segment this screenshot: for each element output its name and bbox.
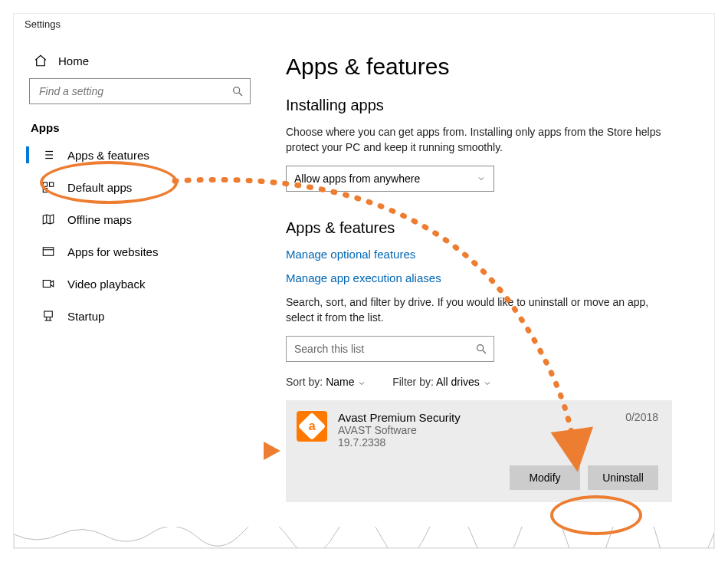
sort-filter-row: Sort by: Name Filter by: All drives [286,376,691,388]
map-icon [41,212,55,226]
svg-line-1 [239,93,242,96]
search-list-placeholder: Search this list [294,343,475,355]
sort-value: Name [326,376,354,388]
chevron-down-icon [477,174,486,183]
filter-desc: Search, sort, and filter by drive. If yo… [286,295,669,325]
sidebar-search[interactable] [29,78,251,104]
search-icon [231,85,244,97]
avast-app-icon: a [297,411,327,442]
sidebar-item-apps-websites[interactable]: Apps for websites [29,235,263,268]
svg-rect-15 [43,281,51,288]
app-name: Avast Premium Security [338,411,615,424]
startup-icon [41,309,55,323]
sidebar-item-label: Offline maps [67,213,132,226]
sidebar-item-offline-maps[interactable]: Offline maps [29,203,263,235]
websites-icon [41,245,55,258]
chevron-down-icon [357,379,366,388]
svg-rect-9 [50,182,54,186]
sidebar-item-startup[interactable]: Startup [29,300,263,332]
main-content: Apps & features Installing apps Choose w… [263,34,714,548]
sidebar-item-label: Video playback [67,278,145,291]
sort-dropdown[interactable]: Name [326,376,369,388]
app-version: 19.7.2338 [338,436,615,449]
install-desc: Choose where you can get apps from. Inst… [286,125,669,155]
filter-dropdown[interactable]: All drives [436,376,492,388]
chevron-down-icon [483,379,492,388]
list-icon [41,148,55,162]
sidebar-item-label: Apps & features [67,149,149,162]
svg-rect-10 [43,189,47,192]
search-input[interactable] [38,84,231,98]
app-vendor: AVAST Software [338,424,615,436]
sidebar-item-label: Apps for websites [67,245,158,258]
page-title: Apps & features [286,54,691,80]
sidebar-home-label: Home [58,54,89,67]
sidebar: Home Apps Apps & features Default apps [14,34,263,548]
sidebar-item-video-playback[interactable]: Video playback [29,268,263,300]
settings-window: Settings Home Apps Apps & features [14,14,714,548]
video-icon [41,277,55,291]
filter-value: All drives [436,376,480,388]
svg-rect-8 [43,182,47,186]
app-install-date: 0/2018 [625,411,658,449]
svg-rect-13 [43,248,54,256]
apps-features-heading: Apps & features [286,219,691,237]
link-execution-aliases[interactable]: Manage app execution aliases [286,271,691,284]
modify-button[interactable]: Modify [510,465,580,490]
install-source-dropdown[interactable]: Allow apps from anywhere [286,166,494,192]
window-title: Settings [14,14,714,34]
torn-edge-decoration [14,527,714,548]
svg-point-20 [477,345,484,351]
link-optional-features[interactable]: Manage optional features [286,248,691,261]
dropdown-value: Allow apps from anywhere [294,173,420,185]
search-icon [475,343,487,355]
sidebar-item-apps-features[interactable]: Apps & features [29,139,263,171]
filter-label: Filter by: [392,376,434,388]
sidebar-item-default-apps[interactable]: Default apps [29,171,263,203]
svg-line-21 [483,350,486,353]
defaults-icon [41,180,55,194]
sidebar-item-label: Startup [67,310,104,323]
svg-point-0 [234,87,240,94]
svg-rect-16 [44,311,53,317]
app-list-item[interactable]: a Avast Premium Security AVAST Software … [286,400,672,502]
uninstall-button[interactable]: Uninstall [588,465,658,490]
sort-label: Sort by: [286,376,323,388]
home-icon [34,54,48,67]
install-heading: Installing apps [286,97,691,114]
sidebar-item-label: Default apps [67,181,132,194]
sidebar-home[interactable]: Home [29,49,263,78]
sidebar-section-label: Apps [29,118,263,139]
search-list-box[interactable]: Search this list [286,336,494,362]
